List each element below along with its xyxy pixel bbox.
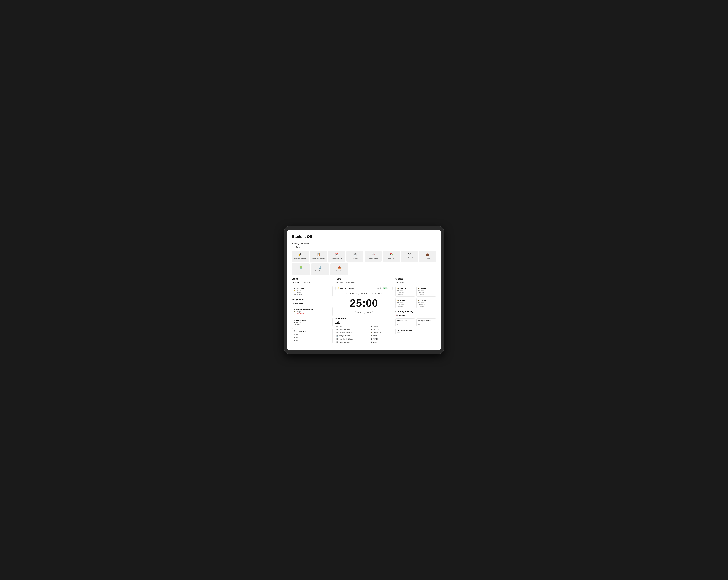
- tab-exams-active[interactable]: ☑ Active: [292, 281, 300, 284]
- exam-course-0: 🎓 ENG 101: [294, 290, 331, 291]
- class-title-0: 🎓 ENG 101: [397, 287, 414, 289]
- tab-notebooks-all[interactable]: All: [335, 321, 340, 324]
- reading-book-title-2: German Made Simple: [397, 330, 435, 332]
- notebook-class-3: 🎓 PSY 100: [370, 338, 393, 341]
- notebooks-section: Notebooks All Aa Name 🎓 Classes: [335, 317, 393, 344]
- nav-card-notebooks[interactable]: 💾 Notebooks: [346, 251, 363, 262]
- nav-card-life[interactable]: 🏛 Student Life: [401, 251, 418, 262]
- tab-reading[interactable]: 📖 Reading: [395, 314, 406, 317]
- study-label: Study Hub: [388, 257, 394, 259]
- star2-e4: ●: [425, 322, 426, 324]
- classes-title: Classes: [395, 278, 436, 280]
- star2-e5: ●: [426, 322, 427, 324]
- long-break-button[interactable]: Long Break: [370, 292, 382, 295]
- nav-card-grade[interactable]: 🔢 Grade Calculator: [311, 263, 329, 275]
- star3-e5: ●: [402, 332, 402, 334]
- reading-icon: 📖: [371, 253, 375, 256]
- shared-label: Shared Hub: [336, 270, 343, 272]
- view-table-button[interactable]: Table: [295, 246, 301, 248]
- class-icon-2: 🎓: [397, 299, 399, 301]
- class-term-1: Fall 2022: [418, 290, 435, 291]
- class-icon-3: 🎓: [418, 299, 420, 301]
- quick-note-item-2: List: [296, 339, 331, 342]
- nav-card-tasks[interactable]: 📅 Task & Planning: [328, 251, 345, 262]
- career-icon: 💼: [426, 253, 430, 256]
- quick-note-item-0: List: [296, 333, 331, 336]
- assign-course-1: 🎓 ENG 101: [294, 322, 331, 323]
- tab-classes[interactable]: 🎓 Classes: [395, 281, 406, 284]
- notebook-row-0: 📓English Notebook 🎓 ENG 101: [335, 328, 393, 331]
- start-button[interactable]: Start: [355, 311, 363, 314]
- nav-card-classes[interactable]: 🎓 Classes & Schedule: [292, 251, 309, 262]
- star-e2: ●: [403, 322, 404, 324]
- class-term-2: Fall 2022: [397, 301, 414, 303]
- classes-grid: 🎓 ENG 101 Fall 2022 Prof. Munro First Ye…: [395, 286, 436, 309]
- tab-exams-month[interactable]: ☑ This Month: [301, 281, 312, 284]
- month-icon: ☑: [302, 282, 303, 283]
- tab-month-label: This Month: [304, 282, 311, 283]
- tab-assignments-month[interactable]: 📅 This Month: [292, 302, 304, 305]
- nb-icon-3: 📓: [336, 338, 338, 340]
- nav-card-reading[interactable]: 📖 Reading Tracker: [365, 251, 382, 262]
- shared-icon: 📤: [338, 266, 341, 269]
- reading-stars-1: ● ● ● ● ● ● ● ● ● ●: [418, 322, 435, 324]
- task-date-0: Mar 28: [377, 287, 382, 289]
- nb-icon-1: 📓: [336, 332, 338, 334]
- task-meta-0: Mar 28 Low: [377, 287, 391, 289]
- class-prof-0: Prof. Munro: [397, 291, 414, 293]
- star-e0: ●: [401, 322, 401, 324]
- week-cal-icon: 📅: [346, 282, 347, 284]
- left-column: Exams ☑ Active ☑ This Month: [292, 278, 333, 344]
- nb-icon-0: 📓: [336, 328, 338, 330]
- reading-label: Reading Tracker: [368, 257, 378, 259]
- short-break-button[interactable]: Short Break: [358, 292, 369, 295]
- reading-percent-1: 41%: [418, 324, 435, 325]
- notebooks-label: Notebooks: [352, 257, 358, 259]
- view-list-button[interactable]: ●: [292, 246, 294, 248]
- assignment-card-1: ☑ English Essay 🎓 ENG 101 2 days left: [292, 318, 333, 327]
- reading-stars-0: ● ● ● ● ● ● ● ● ● ●: [397, 322, 414, 324]
- class-title-1: 🎓 History: [418, 287, 435, 289]
- classes-section: Classes 🎓 Classes 🎓 ENG 101: [395, 278, 436, 309]
- notebook-name-1: 📓Chemistry Notebook: [335, 331, 370, 334]
- nav-card-study[interactable]: 📚 Study Hub: [383, 251, 400, 262]
- class-title-3: 🎓 PSY 100: [418, 299, 435, 301]
- classes-tab-bar: 🎓 Classes: [395, 281, 436, 284]
- center-column: Tasks 📅 Today 📅 This Week: [335, 278, 393, 344]
- star3-e8: ●: [405, 332, 406, 334]
- classes-icon: 🎓: [299, 253, 302, 256]
- notebook-row-4: 📓Biology Notebook 🎓 Biology: [335, 341, 393, 344]
- nb-class-icon-1: 🎓: [370, 332, 372, 334]
- assignments-section: Assignments 📅 This Month ☑ Biology Group…: [292, 298, 333, 344]
- reading-percent-0: 45%: [397, 324, 414, 325]
- nb-class-icon-3: 🎓: [370, 338, 372, 340]
- assign-status-1: 2 days left: [294, 324, 331, 325]
- star2-e2: ●: [424, 322, 424, 324]
- class-term-3: Fall 2022: [418, 301, 435, 303]
- course-icon: 🎓: [294, 290, 295, 291]
- notebook-class-2: 🎓 History: [370, 334, 393, 338]
- star3-e4: ●: [401, 332, 401, 334]
- star3-e6: ●: [403, 332, 404, 334]
- tablet-frame: Student OS ▼ Navigation Menu ● Table 🎓: [284, 226, 444, 354]
- tab-tasks-week[interactable]: 📅 This Week: [345, 281, 356, 284]
- nav-card-resources[interactable]: 📗 Resources: [292, 263, 310, 275]
- nav-card-career[interactable]: 💼 Career: [419, 251, 436, 262]
- pomodoro-button[interactable]: Pomodoro: [346, 292, 357, 295]
- assign-course-icon-1: 🎓: [294, 322, 295, 323]
- task-checkbox-0[interactable]: [389, 287, 391, 289]
- pomodoro-controls: Pomodoro Short Break Long Break: [335, 292, 393, 295]
- nav-card-shared[interactable]: 📤 Shared Hub: [330, 263, 348, 275]
- nav-card-assignments[interactable]: 📋 Assignments & Exams: [310, 251, 327, 262]
- assignments-title: Assignments: [292, 298, 333, 301]
- main-grid: Exams ☑ Active ☑ This Month: [292, 278, 436, 344]
- reset-button[interactable]: Reset: [364, 311, 373, 314]
- class-year-1: First Year: [418, 293, 435, 295]
- task-row-0: ⚡ Study for Mid Term Mar 28 Low: [335, 286, 393, 290]
- life-label: Student Life: [406, 257, 413, 259]
- star2-f1: ●: [419, 322, 420, 324]
- star-f2: ●: [399, 322, 400, 324]
- tab-tasks-today[interactable]: 📅 Today: [335, 281, 344, 284]
- class-icon-tab: 🎓: [396, 282, 398, 284]
- nb-class-icon-4: 🎓: [370, 341, 372, 343]
